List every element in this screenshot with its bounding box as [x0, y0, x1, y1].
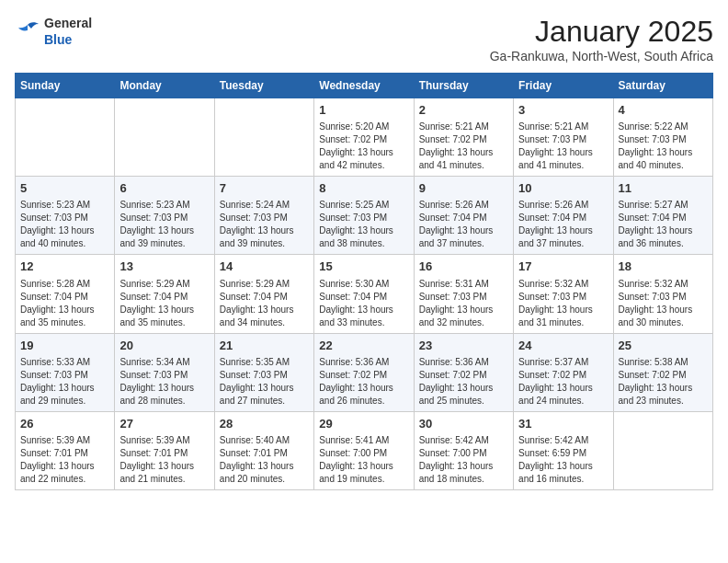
- cell-info: Sunrise: 5:32 AMSunset: 7:03 PMDaylight:…: [518, 278, 608, 329]
- calendar-cell: [613, 411, 712, 489]
- calendar-header: SundayMondayTuesdayWednesdayThursdayFrid…: [16, 74, 713, 98]
- calendar-cell: [115, 98, 214, 177]
- cell-info: Sunrise: 5:34 AMSunset: 7:03 PMDaylight:…: [119, 356, 209, 408]
- calendar-cell: 13Sunrise: 5:29 AMSunset: 7:04 PMDayligh…: [115, 255, 214, 333]
- calendar-cell: 10Sunrise: 5:26 AMSunset: 7:04 PMDayligh…: [514, 177, 613, 255]
- cell-info: Sunrise: 5:25 AMSunset: 7:03 PMDaylight:…: [319, 199, 408, 250]
- day-number: 14: [220, 259, 309, 275]
- cell-info: Sunrise: 5:35 AMSunset: 7:03 PMDaylight:…: [220, 356, 309, 408]
- calendar-cell: 29Sunrise: 5:41 AMSunset: 7:00 PMDayligh…: [314, 411, 414, 489]
- cell-info: Sunrise: 5:36 AMSunset: 7:02 PMDaylight:…: [419, 356, 508, 408]
- day-number: 27: [119, 416, 209, 432]
- cell-info: Sunrise: 5:29 AMSunset: 7:04 PMDaylight:…: [119, 278, 209, 329]
- day-number: 15: [319, 259, 408, 275]
- calendar-week-3: 12Sunrise: 5:28 AMSunset: 7:04 PMDayligh…: [16, 255, 713, 333]
- calendar-cell: 16Sunrise: 5:31 AMSunset: 7:03 PMDayligh…: [414, 255, 513, 333]
- day-number: 26: [20, 416, 109, 432]
- calendar-cell: 25Sunrise: 5:38 AMSunset: 7:02 PMDayligh…: [613, 333, 712, 411]
- weekday-header-monday: Monday: [115, 74, 214, 98]
- logo: General Blue: [15, 15, 92, 48]
- calendar-cell: 23Sunrise: 5:36 AMSunset: 7:02 PMDayligh…: [414, 333, 513, 411]
- calendar-cell: 26Sunrise: 5:39 AMSunset: 7:01 PMDayligh…: [16, 411, 115, 489]
- calendar-cell: 8Sunrise: 5:25 AMSunset: 7:03 PMDaylight…: [314, 177, 414, 255]
- cell-info: Sunrise: 5:27 AMSunset: 7:04 PMDaylight:…: [619, 199, 708, 250]
- weekday-header-thursday: Thursday: [414, 74, 513, 98]
- day-number: 12: [20, 259, 109, 275]
- day-number: 22: [319, 338, 408, 354]
- cell-info: Sunrise: 5:40 AMSunset: 7:01 PMDaylight:…: [220, 434, 309, 486]
- calendar-cell: 30Sunrise: 5:42 AMSunset: 7:00 PMDayligh…: [414, 411, 513, 489]
- logo-icon: [15, 21, 40, 41]
- cell-info: Sunrise: 5:41 AMSunset: 7:00 PMDaylight:…: [319, 434, 408, 486]
- day-number: 9: [419, 180, 508, 197]
- cell-info: Sunrise: 5:33 AMSunset: 7:03 PMDaylight:…: [20, 356, 109, 408]
- day-number: 16: [419, 259, 508, 275]
- day-number: 2: [419, 102, 508, 119]
- cell-info: Sunrise: 5:20 AMSunset: 7:02 PMDaylight:…: [319, 121, 408, 172]
- day-number: 10: [518, 180, 608, 197]
- cell-info: Sunrise: 5:31 AMSunset: 7:03 PMDaylight:…: [419, 278, 508, 329]
- calendar-cell: 2Sunrise: 5:21 AMSunset: 7:02 PMDaylight…: [414, 98, 513, 177]
- title-block: January 2025 Ga-Rankuwa, North-West, Sou…: [490, 15, 713, 63]
- day-number: 25: [619, 338, 708, 354]
- weekday-header-friday: Friday: [514, 74, 613, 98]
- cell-info: Sunrise: 5:39 AMSunset: 7:01 PMDaylight:…: [20, 434, 109, 486]
- cell-info: Sunrise: 5:26 AMSunset: 7:04 PMDaylight:…: [419, 199, 508, 250]
- location-subtitle: Ga-Rankuwa, North-West, South Africa: [490, 49, 713, 63]
- day-number: 1: [319, 102, 408, 119]
- calendar-cell: 1Sunrise: 5:20 AMSunset: 7:02 PMDaylight…: [314, 98, 414, 177]
- day-number: 17: [518, 259, 608, 275]
- weekday-header-tuesday: Tuesday: [214, 74, 313, 98]
- calendar-cell: 20Sunrise: 5:34 AMSunset: 7:03 PMDayligh…: [115, 333, 214, 411]
- calendar-cell: [214, 98, 313, 177]
- day-number: 21: [220, 338, 309, 354]
- day-number: 3: [518, 102, 608, 119]
- day-number: 23: [419, 338, 508, 354]
- day-number: 8: [319, 180, 408, 197]
- calendar-cell: 19Sunrise: 5:33 AMSunset: 7:03 PMDayligh…: [16, 333, 115, 411]
- cell-info: Sunrise: 5:28 AMSunset: 7:04 PMDaylight:…: [20, 278, 109, 329]
- calendar-cell: 22Sunrise: 5:36 AMSunset: 7:02 PMDayligh…: [314, 333, 414, 411]
- calendar-cell: 21Sunrise: 5:35 AMSunset: 7:03 PMDayligh…: [214, 333, 313, 411]
- day-number: 5: [20, 180, 109, 197]
- cell-info: Sunrise: 5:37 AMSunset: 7:02 PMDaylight:…: [518, 356, 608, 408]
- calendar-body: 1Sunrise: 5:20 AMSunset: 7:02 PMDaylight…: [16, 98, 713, 490]
- day-number: 4: [619, 102, 708, 119]
- logo-blue: Blue: [44, 32, 72, 47]
- calendar-cell: 28Sunrise: 5:40 AMSunset: 7:01 PMDayligh…: [214, 411, 313, 489]
- day-number: 24: [518, 338, 608, 354]
- calendar-week-5: 26Sunrise: 5:39 AMSunset: 7:01 PMDayligh…: [16, 411, 713, 489]
- cell-info: Sunrise: 5:30 AMSunset: 7:04 PMDaylight:…: [319, 278, 408, 329]
- cell-info: Sunrise: 5:29 AMSunset: 7:04 PMDaylight:…: [220, 278, 309, 329]
- cell-info: Sunrise: 5:42 AMSunset: 6:59 PMDaylight:…: [518, 434, 608, 486]
- day-number: 6: [119, 180, 209, 197]
- cell-info: Sunrise: 5:32 AMSunset: 7:03 PMDaylight:…: [619, 278, 708, 329]
- weekday-header-wednesday: Wednesday: [314, 74, 414, 98]
- page-header: General Blue January 2025 Ga-Rankuwa, No…: [15, 15, 713, 63]
- calendar-table: SundayMondayTuesdayWednesdayThursdayFrid…: [15, 73, 713, 490]
- calendar-cell: 5Sunrise: 5:23 AMSunset: 7:03 PMDaylight…: [16, 177, 115, 255]
- weekday-header-saturday: Saturday: [613, 74, 712, 98]
- calendar-cell: 6Sunrise: 5:23 AMSunset: 7:03 PMDaylight…: [115, 177, 214, 255]
- cell-info: Sunrise: 5:21 AMSunset: 7:02 PMDaylight:…: [419, 121, 508, 172]
- cell-info: Sunrise: 5:26 AMSunset: 7:04 PMDaylight:…: [518, 199, 608, 250]
- cell-info: Sunrise: 5:24 AMSunset: 7:03 PMDaylight:…: [220, 199, 309, 250]
- day-number: 13: [119, 259, 209, 275]
- calendar-cell: 7Sunrise: 5:24 AMSunset: 7:03 PMDaylight…: [214, 177, 313, 255]
- day-number: 31: [518, 416, 608, 432]
- day-number: 28: [220, 416, 309, 432]
- day-number: 19: [20, 338, 109, 354]
- calendar-cell: 27Sunrise: 5:39 AMSunset: 7:01 PMDayligh…: [115, 411, 214, 489]
- calendar-cell: 4Sunrise: 5:22 AMSunset: 7:03 PMDaylight…: [613, 98, 712, 177]
- cell-info: Sunrise: 5:38 AMSunset: 7:02 PMDaylight:…: [619, 356, 708, 408]
- day-number: 18: [619, 259, 708, 275]
- calendar-cell: 3Sunrise: 5:21 AMSunset: 7:03 PMDaylight…: [514, 98, 613, 177]
- logo-text: General Blue: [44, 15, 92, 48]
- calendar-cell: 31Sunrise: 5:42 AMSunset: 6:59 PMDayligh…: [514, 411, 613, 489]
- month-title: January 2025: [490, 15, 713, 49]
- cell-info: Sunrise: 5:23 AMSunset: 7:03 PMDaylight:…: [119, 199, 209, 250]
- cell-info: Sunrise: 5:39 AMSunset: 7:01 PMDaylight:…: [119, 434, 209, 486]
- logo-general: General: [44, 16, 92, 30]
- calendar-week-1: 1Sunrise: 5:20 AMSunset: 7:02 PMDaylight…: [16, 98, 713, 177]
- calendar-cell: 18Sunrise: 5:32 AMSunset: 7:03 PMDayligh…: [613, 255, 712, 333]
